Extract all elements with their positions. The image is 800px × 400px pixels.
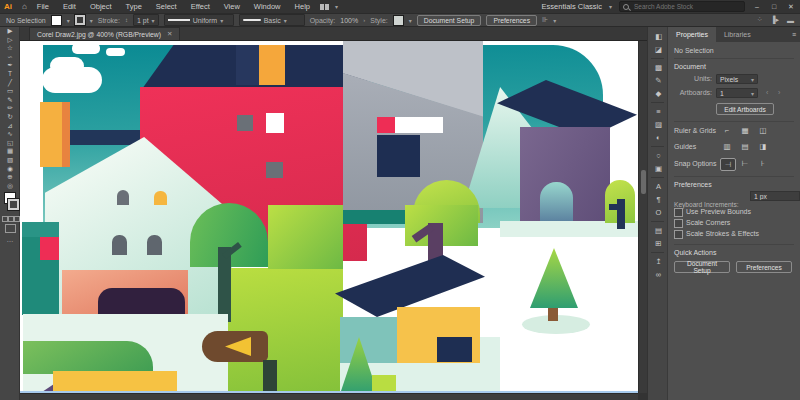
links-panel-icon[interactable]: ∞ <box>648 268 669 281</box>
menu-help[interactable]: Help <box>291 2 314 11</box>
chevron-down-icon[interactable]: ▾ <box>335 3 338 10</box>
asset-export-panel-icon[interactable]: ↥ <box>648 255 669 268</box>
rectangle-tool[interactable]: ▭ <box>0 87 20 96</box>
home-icon[interactable]: ⌂ <box>22 2 27 11</box>
menu-type[interactable]: Type <box>122 2 146 11</box>
keyboard-increments-input[interactable] <box>750 191 800 201</box>
gradient-panel-icon[interactable]: ▨ <box>648 118 669 131</box>
stroke-color-swatch[interactable] <box>75 15 85 25</box>
rotate-tool[interactable]: ↻ <box>0 113 20 122</box>
pencil-tool[interactable]: ✏ <box>0 104 20 113</box>
align-options-icon[interactable]: ⊪ <box>542 16 548 24</box>
minimize-button[interactable]: – <box>752 3 762 10</box>
opacity-value[interactable]: 100% <box>340 17 358 24</box>
shape-builder-tool[interactable]: ◱ <box>0 139 20 148</box>
workspace-switcher[interactable]: Essentials Classic <box>542 2 602 11</box>
stroke-panel-icon[interactable]: ≡ <box>648 105 669 118</box>
lasso-tool[interactable]: ∽ <box>0 53 20 62</box>
stroke-weight-field[interactable]: 1 pt ▾ <box>133 14 159 26</box>
close-icon[interactable]: ✕ <box>167 30 172 38</box>
scale-tool[interactable]: ⊿ <box>0 122 20 131</box>
eyedropper-tool[interactable]: ◉ <box>0 165 20 174</box>
variable-width-profile-dropdown[interactable]: Uniform ▾ <box>164 14 234 26</box>
menu-file[interactable]: File <box>33 2 53 11</box>
lock-guides-icon[interactable]: ▤ <box>738 141 752 152</box>
screen-layout-icon[interactable]: ▐▸ <box>771 16 779 24</box>
maximize-button[interactable]: □ <box>769 3 779 10</box>
width-tool[interactable]: ∿ <box>0 130 20 139</box>
quick-document-setup-button[interactable]: Document Setup <box>674 261 730 273</box>
pen-tool[interactable]: ✒ <box>0 61 20 70</box>
use-preview-bounds-checkbox[interactable] <box>674 208 683 217</box>
menu-edit[interactable]: Edit <box>59 2 80 11</box>
ruler-toggle-icon[interactable]: ⌐ <box>720 125 734 136</box>
brush-definition-dropdown[interactable]: Basic ▾ <box>239 14 305 26</box>
type-tool[interactable]: T <box>0 70 20 79</box>
chevron-right-icon[interactable]: › <box>363 17 365 23</box>
chevron-down-icon[interactable]: ▾ <box>409 17 412 24</box>
color-guide-panel-icon[interactable]: ◪ <box>648 43 669 56</box>
screen-mode-icon[interactable] <box>5 224 16 233</box>
paragraph-panel-icon[interactable]: ¶ <box>648 193 669 206</box>
arrange-docs-icon[interactable]: ⁘ <box>757 16 763 24</box>
quick-preferences-button[interactable]: Preferences <box>736 261 792 273</box>
menu-select[interactable]: Select <box>152 2 181 11</box>
scrollbar-thumb[interactable] <box>641 170 646 194</box>
zoom-tool[interactable]: ◎ <box>0 182 20 191</box>
arrange-documents-icon[interactable] <box>320 4 329 10</box>
fill-color-swatch[interactable] <box>51 15 62 26</box>
chevron-down-icon[interactable]: ▾ <box>67 17 70 24</box>
menu-view[interactable]: View <box>220 2 244 11</box>
gradient-tool[interactable]: ▧ <box>0 156 20 165</box>
document-setup-button[interactable]: Document Setup <box>417 15 482 26</box>
menu-window[interactable]: Window <box>250 2 285 11</box>
scale-strokes-effects-checkbox[interactable] <box>674 230 683 239</box>
opentype-panel-icon[interactable]: O <box>648 206 669 219</box>
snap-to-point-icon[interactable]: ⊦ <box>756 158 770 169</box>
stroke-indicator[interactable] <box>8 199 19 210</box>
chevron-down-icon[interactable]: ▾ <box>90 17 93 24</box>
brushes-panel-icon[interactable]: ✎ <box>648 74 669 87</box>
tab-libraries[interactable]: Libraries <box>716 27 759 42</box>
close-button[interactable]: ✕ <box>786 3 796 11</box>
direct-selection-tool[interactable]: ▷ <box>0 36 20 45</box>
line-segment-tool[interactable]: ╱ <box>0 79 20 88</box>
previous-artboard-icon[interactable]: ‹ <box>766 89 768 96</box>
chevron-down-icon[interactable]: ▾ <box>553 17 556 24</box>
search-input[interactable] <box>632 2 726 11</box>
snap-to-grid-icon[interactable]: ⊣ <box>720 158 736 171</box>
tab-properties[interactable]: Properties <box>668 27 716 42</box>
vertical-scrollbar[interactable] <box>638 41 647 393</box>
transparency-panel-icon[interactable]: ◐ <box>648 131 669 144</box>
grid-toggle-icon[interactable]: ▦ <box>738 125 752 136</box>
graphic-styles-panel-icon[interactable]: ▣ <box>648 162 669 175</box>
color-panel-icon[interactable]: ◧ <box>648 30 669 43</box>
snap-to-pixel-icon[interactable]: ⊢ <box>738 158 752 169</box>
swatches-panel-icon[interactable]: ▩ <box>648 61 669 74</box>
menu-object[interactable]: Object <box>86 2 116 11</box>
symbols-panel-icon[interactable]: ◆ <box>648 87 669 100</box>
show-guides-icon[interactable]: ▥ <box>720 141 734 152</box>
edit-toolbar-button[interactable]: … <box>0 236 20 243</box>
mesh-tool[interactable]: ▦ <box>0 147 20 156</box>
magic-wand-tool[interactable]: ☆ <box>0 44 20 53</box>
hand-tool[interactable]: ⊕ <box>0 173 20 182</box>
panel-box-icon[interactable]: ▬ <box>787 17 794 24</box>
canvas-artboard[interactable] <box>20 41 638 393</box>
paintbrush-tool[interactable]: ✎ <box>0 96 20 105</box>
preferences-button[interactable]: Preferences <box>486 15 537 26</box>
style-swatch[interactable] <box>393 15 404 26</box>
stock-search-box[interactable] <box>619 1 745 12</box>
chevron-down-icon[interactable]: ▾ <box>609 3 612 10</box>
stepper-icon[interactable]: ↕ <box>125 17 128 23</box>
selection-tool[interactable]: ▶ <box>0 27 20 36</box>
next-artboard-icon[interactable]: › <box>778 89 780 96</box>
panel-menu-icon[interactable]: ≡ <box>788 27 800 42</box>
artboards-panel-icon[interactable]: ⊞ <box>648 237 669 250</box>
layers-panel-icon[interactable]: ▤ <box>648 224 669 237</box>
character-panel-icon[interactable]: A <box>648 180 669 193</box>
menu-effect[interactable]: Effect <box>187 2 214 11</box>
artboards-dropdown[interactable]: 1 ▾ <box>716 88 758 98</box>
edit-artboards-button[interactable]: Edit Artboards <box>716 103 774 115</box>
appearance-panel-icon[interactable]: ○ <box>648 149 669 162</box>
